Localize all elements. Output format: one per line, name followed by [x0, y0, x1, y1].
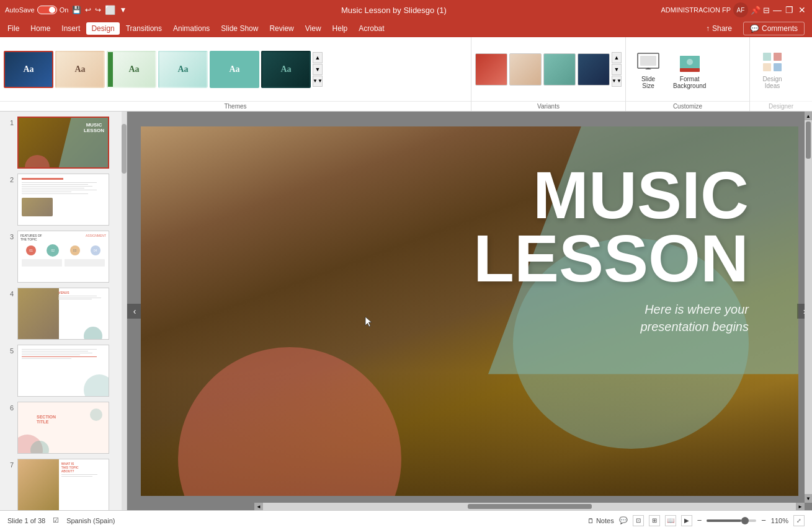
zoom-in-button[interactable]: − — [761, 516, 766, 524]
theme-teal-pattern[interactable]: Aa — [210, 51, 259, 88]
svg-rect-7 — [763, 63, 771, 71]
canvas-nav-left[interactable]: ‹ — [127, 304, 142, 319]
slide-thumb-1[interactable]: MUSICLESSON — [17, 117, 109, 169]
slide-item-3[interactable]: 3 FEATURES OFTHE TOPIC 01 02 03 04 — [0, 228, 127, 285]
zoom-out-button[interactable]: − — [697, 516, 702, 524]
autosave-label: AutoSave — [5, 6, 35, 14]
cursor — [364, 316, 373, 330]
svg-rect-8 — [774, 63, 782, 71]
slide-title-line1: MUSIC — [473, 164, 749, 227]
slide-size-button[interactable]: SlideSize — [636, 50, 661, 89]
design-ideas-button[interactable]: DesignIdeas — [760, 50, 785, 89]
menu-view[interactable]: View — [300, 22, 326, 35]
format-background-button[interactable]: FormatBackground — [673, 50, 706, 89]
slide-item-1[interactable]: 1 MUSICLESSON — [0, 114, 127, 171]
slide-thumb-4[interactable]: VENUS — [17, 288, 109, 340]
redo-icon[interactable]: ↪ — [95, 6, 101, 14]
menu-design[interactable]: Design — [86, 22, 119, 35]
menu-acrobat[interactable]: Acrobat — [354, 22, 389, 35]
menu-help[interactable]: Help — [328, 22, 353, 35]
panel-scrollbar[interactable] — [122, 112, 127, 510]
design-ideas-label: DesignIdeas — [762, 76, 782, 89]
variants-scroll-down[interactable]: ▼ — [612, 64, 622, 75]
variants-label: Variants — [471, 101, 625, 111]
theme-green-lines[interactable]: Aa — [107, 51, 156, 88]
slide-item-7[interactable]: 7 WHAT ISTHIS TOPICABOUT? — [0, 456, 127, 510]
menu-file[interactable]: File — [2, 22, 24, 35]
menu-animations[interactable]: Animations — [168, 22, 215, 35]
customize-label: Customize — [626, 101, 749, 111]
slide-canvas: MUSIC LESSON Here is where yourpresentat… — [141, 126, 798, 496]
zoom-slider[interactable] — [707, 519, 756, 522]
menu-home[interactable]: Home — [25, 22, 55, 35]
slide-thumb-2[interactable] — [17, 174, 109, 226]
slide-thumb-7[interactable]: WHAT ISTHIS TOPICABOUT? — [17, 459, 109, 510]
reading-view-button[interactable]: 📖 — [665, 515, 676, 526]
variant-3[interactable] — [543, 53, 576, 86]
slide-num-3: 3 — [5, 231, 14, 241]
variant-4[interactable] — [578, 53, 610, 86]
menu-insert[interactable]: Insert — [56, 22, 85, 35]
variants-expand[interactable]: ▼▼ — [612, 76, 622, 87]
ribbon-mode-icon[interactable]: ⊟ — [763, 6, 770, 15]
slide-thumb-3[interactable]: FEATURES OFTHE TOPIC 01 02 03 04 ASSIGNM… — [17, 231, 109, 283]
user-avatar[interactable]: AF — [733, 2, 748, 17]
variant-1[interactable] — [475, 53, 507, 86]
zoom-slider-thumb — [741, 517, 749, 524]
slide-thumb-6[interactable]: SECTIONTITLE — [17, 402, 109, 454]
present-icon[interactable]: ⬜ — [105, 5, 115, 15]
normal-view-button[interactable]: ⊡ — [633, 515, 644, 526]
slideshow-button[interactable]: ▶ — [681, 515, 692, 526]
restore-button[interactable]: ❐ — [785, 5, 795, 15]
themes-expand[interactable]: ▼▼ — [313, 76, 323, 87]
theme-teal[interactable]: Aa — [158, 51, 208, 88]
main-area: 1 MUSICLESSON 2 — [0, 112, 812, 510]
slide-num-1: 1 — [5, 117, 14, 126]
share-button[interactable]: ↑ Share — [698, 22, 739, 35]
slide-num-7: 7 — [5, 459, 14, 469]
slide-panel-scroll[interactable]: 1 MUSICLESSON 2 — [0, 112, 127, 510]
themes-scroll-down[interactable]: ▼ — [313, 64, 323, 75]
slide-sorter-button[interactable]: ⊞ — [649, 515, 660, 526]
theme-warm[interactable]: Aa — [55, 51, 105, 88]
share-icon: ↑ — [706, 24, 710, 33]
save-icon[interactable]: 💾 — [72, 6, 81, 14]
slide-item-5[interactable]: 5 — [0, 342, 127, 399]
variants-scroll-up[interactable]: ▲ — [612, 52, 622, 63]
menu-transitions[interactable]: Transitions — [121, 22, 167, 35]
designer-section-label: Designer — [750, 101, 812, 111]
comments-status-button[interactable]: 💬 — [619, 516, 628, 524]
vertical-scrollbar[interactable]: ▲ ▼ — [805, 112, 812, 503]
slide-item-6[interactable]: 6 SECTIONTITLE — [0, 399, 127, 456]
zoom-level: 110% — [771, 517, 788, 524]
comments-button[interactable]: 💬 Comments — [743, 22, 805, 35]
notes-button[interactable]: 🗒 Notes — [587, 517, 614, 524]
slide-item-4[interactable]: 4 VENUS — [0, 285, 127, 342]
themes-scroll-up[interactable]: ▲ — [313, 52, 323, 63]
svg-rect-5 — [763, 53, 771, 61]
undo-icon[interactable]: ↩ — [85, 6, 91, 14]
theme-dark-blue[interactable]: Aa — [4, 51, 53, 88]
quick-access-dropdown[interactable]: ▼ — [119, 6, 127, 14]
menu-bar: File Home Insert Design Transitions Anim… — [0, 20, 812, 37]
slide-subtitle: Here is where yourpresentation begins — [473, 301, 749, 335]
svg-point-4 — [687, 59, 693, 65]
svg-rect-6 — [774, 53, 782, 61]
ribbon-pin-icon[interactable]: 📌 — [751, 6, 761, 15]
comments-label: Comments — [762, 24, 798, 33]
share-label: Share — [712, 24, 732, 33]
admin-label: ADMINISTRACION FP — [661, 6, 731, 14]
horizontal-scrollbar[interactable]: ◄ ► — [254, 503, 805, 510]
canvas-area: ‹ MUSIC LESSON Here is where yourpresent… — [127, 112, 812, 510]
minimize-button[interactable]: — — [772, 5, 782, 15]
fit-slide-button[interactable]: ⤢ — [793, 515, 805, 526]
theme-dark-teal[interactable]: Aa — [261, 51, 311, 88]
close-button[interactable]: ✕ — [797, 5, 807, 15]
autosave-toggle[interactable] — [37, 6, 57, 14]
slide-item-2[interactable]: 2 — [0, 171, 127, 228]
slide-thumb-5[interactable] — [17, 345, 109, 397]
variant-2[interactable] — [509, 53, 542, 86]
accessibility-icon[interactable]: ☑ — [53, 516, 59, 524]
menu-review[interactable]: Review — [264, 22, 298, 35]
menu-slideshow[interactable]: Slide Show — [216, 22, 263, 35]
